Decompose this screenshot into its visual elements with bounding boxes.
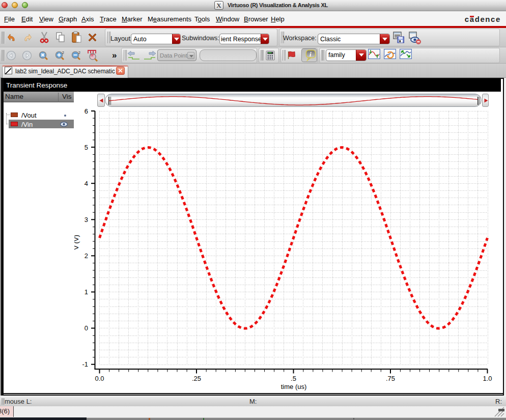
- svg-text:0.0: 0.0: [95, 375, 104, 382]
- svg-text:1: 1: [85, 288, 88, 296]
- svg-text:.5: .5: [291, 375, 296, 382]
- svg-text:time (us): time (us): [281, 383, 307, 390]
- svg-text:2: 2: [62, 51, 64, 54]
- svg-text:3: 3: [85, 216, 88, 223]
- svg-text:.75: .75: [386, 375, 395, 382]
- svg-text:4: 4: [85, 180, 88, 187]
- svg-text:.25: .25: [192, 375, 201, 382]
- svg-text:2: 2: [85, 252, 88, 260]
- svg-text:0: 0: [85, 324, 88, 332]
- svg-text:1.0: 1.0: [483, 375, 492, 382]
- svg-text:5: 5: [85, 144, 88, 151]
- svg-text:»: »: [112, 50, 117, 60]
- svg-text:2: 2: [78, 51, 80, 54]
- svg-text:i: i: [310, 50, 312, 58]
- svg-text:V (V): V (V): [74, 235, 80, 250]
- svg-text:6: 6: [85, 107, 88, 115]
- svg-text:-1: -1: [82, 360, 88, 368]
